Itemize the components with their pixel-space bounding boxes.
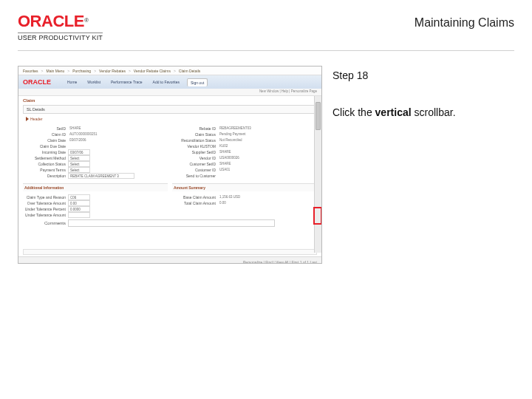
collection-status-field[interactable]: Select — [68, 161, 90, 167]
page-title: Maintaining Claims — [415, 12, 514, 30]
payment-terms-field[interactable]: Select — [68, 167, 90, 173]
form-grid: SetIDSHARE Claim IDAUTO0000000251 Claim … — [18, 123, 321, 180]
tm-mark: ® — [84, 17, 89, 24]
section-headers: Additional Information Amount Summary — [23, 183, 317, 191]
app-subbar: New Window | Help | Personalize Page — [18, 89, 321, 96]
oracle-logo: ORACLE — [18, 12, 84, 30]
brand-block: ORACLE® USER PRODUCTIVITY KIT — [18, 12, 103, 41]
app-logo: ORACLE — [23, 78, 51, 86]
breadcrumb: Favorites> Main Menu> Purchasing> Vendor… — [18, 66, 321, 75]
tab-perf[interactable]: Performance Trace — [108, 78, 146, 86]
tab-signout[interactable]: Sign out — [187, 78, 208, 86]
step-label: Step 18 — [332, 67, 514, 83]
tab-fav[interactable]: Add to Favorites — [150, 78, 183, 86]
vertical-scrollbar[interactable] — [314, 96, 321, 253]
lower-grid: Claim Type and ReasonC06 Over Tolerance … — [18, 193, 321, 218]
description-field[interactable]: REBATE CLAIM AGREEMENT 3 — [68, 173, 134, 179]
chevron-down-icon — [26, 117, 29, 121]
sel-details-bar: SL Details — [23, 105, 317, 114]
status-strip — [23, 249, 317, 255]
app-screenshot: Favorites> Main Menu> Purchasing> Vendor… — [18, 66, 322, 264]
tab-home[interactable]: Home — [64, 78, 80, 86]
settlement-method-field[interactable]: Select — [68, 155, 90, 161]
header-toggle[interactable]: Header — [23, 115, 317, 123]
section-claim-label: Claim — [18, 96, 321, 105]
highlight-box — [313, 207, 322, 225]
tab-worklist[interactable]: Worklist — [84, 78, 103, 86]
instruction-panel: Step 18 Click the vertical scrollbar. — [332, 66, 514, 264]
comments-row: Comments — [18, 218, 321, 228]
app-topbar: ORACLE Home Worklist Performance Trace A… — [18, 75, 321, 89]
instruction-text: Click the vertical scrollbar. — [332, 104, 514, 120]
app-footer: Personalize | Find | View All | First 1 … — [18, 256, 321, 264]
comments-field[interactable] — [68, 219, 275, 227]
scroll-thumb[interactable] — [316, 102, 321, 130]
section-amount: Amount Summary — [172, 183, 317, 191]
brand-subtitle: USER PRODUCTIVITY KIT — [18, 33, 103, 41]
header-divider — [18, 50, 514, 51]
incoming-date-field[interactable]: 03/07/06 — [68, 149, 90, 155]
section-additional: Additional Information — [23, 183, 168, 191]
